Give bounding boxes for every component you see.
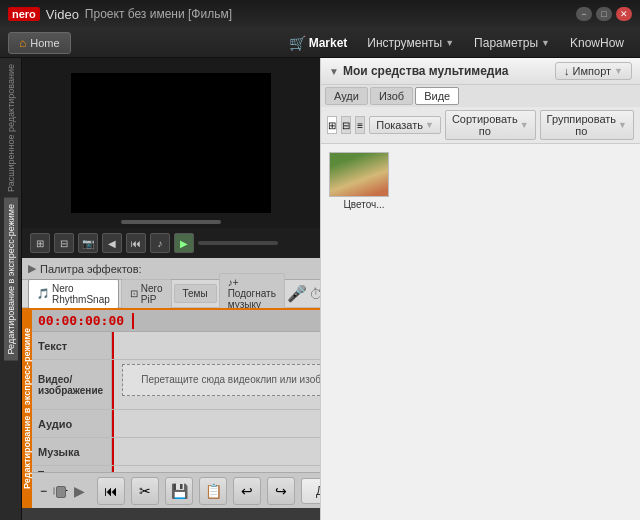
tool-skip-back[interactable]: ⏮	[97, 477, 125, 505]
view-options-button[interactable]: ⊞	[30, 233, 50, 253]
market-menu-item[interactable]: 🛒 Market	[281, 31, 356, 55]
params-chevron-icon: ▼	[541, 38, 550, 48]
import-label: ↓ Импорт	[564, 65, 611, 77]
preview-screen	[71, 73, 271, 213]
show-label: Показать	[376, 119, 423, 131]
tool-redo[interactable]: ↪	[267, 477, 295, 505]
effects-tab-pip[interactable]: ⊡ Nero PiP	[121, 279, 172, 309]
sort-label: Сортировать по	[452, 113, 518, 137]
minimize-button[interactable]: −	[576, 7, 592, 21]
sort-chevron-icon: ▼	[520, 120, 529, 130]
prev-frame-button[interactable]: ◀	[102, 233, 122, 253]
tab-image[interactable]: Изоб	[370, 87, 413, 105]
pip-label: Nero PiP	[141, 283, 163, 305]
sort-dropdown[interactable]: Сортировать по ▼	[445, 110, 536, 140]
timeline-sidebar: Редактирование в экспресс-режиме	[22, 310, 32, 508]
track-content-video[interactable]: Перетащите сюда видеоклип или изображени…	[112, 360, 320, 409]
titlebar: nero Video Проект без имени [Фильм] − □ …	[0, 0, 640, 28]
media-item-label: Цветоч...	[329, 199, 399, 210]
knowhow-menu-item[interactable]: KnowHow	[562, 32, 632, 54]
playback-progress-bar[interactable]	[198, 241, 278, 245]
volume-button[interactable]: ♪	[150, 233, 170, 253]
track-content-caption[interactable]	[112, 466, 320, 472]
timeline-sidebar-label: Редактирование в экспресс-режиме	[22, 328, 32, 489]
timeline-right: 00:00:00:00 Текст Видео	[32, 310, 320, 508]
content-row: Расширенное редактирование Редактировани…	[0, 58, 640, 520]
view-small-button[interactable]: ≡	[355, 116, 365, 134]
market-icon: 🛒	[289, 35, 306, 51]
maximize-button[interactable]: □	[596, 7, 612, 21]
timeline-section: Редактирование в экспресс-режиме 00:00:0…	[22, 308, 320, 508]
tool-edit[interactable]: 📋	[199, 477, 227, 505]
nero-logo: nero	[8, 7, 40, 21]
sidebar-tab-express[interactable]: Редактирование в экспресс-режиме	[4, 198, 18, 361]
home-button[interactable]: ⌂ Home	[8, 32, 71, 54]
left-main-section: ⊞ ⊟ 📷 ◀ ⏮ ♪ ▶ ▶ Палитра эффектов: 🎵 Nero…	[22, 58, 320, 520]
red-marker-caption	[112, 466, 114, 472]
time-marker	[132, 313, 134, 329]
snapshot-button[interactable]: 📷	[78, 233, 98, 253]
params-menu-item[interactable]: Параметры ▼	[466, 32, 558, 54]
split-view-button[interactable]: ⊟	[54, 233, 74, 253]
track-row-audio: Аудио	[32, 410, 320, 438]
tools-menu-item[interactable]: Инструменты ▼	[359, 32, 462, 54]
tab-video[interactable]: Виде	[415, 87, 459, 105]
tool-trim[interactable]: ✂	[131, 477, 159, 505]
effects-tabs: 🎵 Nero RhythmSnap ⊡ Nero PiP Темы ♪+ Под…	[22, 280, 320, 308]
sidebar-tab-advanced[interactable]: Расширенное редактирование	[4, 58, 18, 198]
preview-progress-bar[interactable]	[121, 220, 221, 224]
scroll-right-icon[interactable]: ▶	[74, 483, 85, 499]
tool-undo[interactable]: ↩	[233, 477, 261, 505]
import-button[interactable]: ↓ Импорт ▼	[555, 62, 632, 80]
track-content-audio[interactable]	[112, 410, 320, 437]
red-marker-audio	[112, 410, 114, 437]
music-label: ♪+ Подогнать музыку	[228, 277, 276, 310]
list-item[interactable]: Цветоч...	[329, 152, 399, 210]
clock-icon[interactable]: ⏱	[309, 286, 320, 302]
track-content-text[interactable]	[112, 332, 320, 359]
media-thumb-inner	[330, 153, 388, 196]
home-label: Home	[30, 37, 59, 49]
track-row-video: Видео/ изображение Перетащите сюда видео…	[32, 360, 320, 410]
window-title: Проект без имени [Фильм]	[85, 7, 232, 21]
rhythmsnap-icon: 🎵	[37, 288, 49, 299]
effects-label: Палитра эффектов:	[40, 263, 142, 275]
group-dropdown[interactable]: Группировать по ▼	[540, 110, 634, 140]
timeline-scrollbar[interactable]	[53, 487, 55, 495]
tracks-area: Текст Видео/ изображение Перетащите сюда…	[32, 332, 320, 472]
timeline-scroll-thumb[interactable]	[56, 486, 66, 498]
track-row-music: Музыка	[32, 438, 320, 466]
red-marker-text	[112, 332, 114, 359]
group-chevron-icon: ▼	[618, 120, 627, 130]
zoom-out-icon[interactable]: −	[40, 484, 47, 498]
top-toolbar: ⌂ Home 🛒 Market Инструменты ▼ Параметры …	[0, 28, 640, 58]
themes-label: Темы	[183, 288, 208, 299]
show-chevron-icon: ▼	[425, 120, 434, 130]
close-button[interactable]: ✕	[616, 7, 632, 21]
panel-collapse-icon[interactable]: ▼	[329, 66, 339, 77]
track-label-text: Текст	[32, 332, 112, 359]
home-icon: ⌂	[19, 36, 26, 50]
view-medium-button[interactable]: ⊟	[341, 116, 351, 134]
timeline-time: 00:00:00:00	[38, 313, 124, 328]
effects-tab-themes[interactable]: Темы	[174, 284, 217, 303]
group-label: Группировать по	[547, 113, 617, 137]
menu-items: 🛒 Market Инструменты ▼ Параметры ▼ KnowH…	[281, 31, 632, 55]
media-panel-title: ▼ Мои средства мультимедиа	[329, 64, 509, 78]
pip-icon: ⊡	[130, 288, 138, 299]
drop-zone-video[interactable]: Перетащите сюда видеоклип или изображени…	[122, 364, 320, 396]
tool-save[interactable]: 💾	[165, 477, 193, 505]
params-label: Параметры	[474, 36, 538, 50]
track-content-music[interactable]	[112, 438, 320, 465]
next-button[interactable]: Далее ➤	[301, 478, 320, 504]
play-button[interactable]: ▶	[174, 233, 194, 253]
preview-bottom-bar: ⊞ ⊟ 📷 ◀ ⏮ ♪ ▶	[22, 228, 320, 258]
mic-icon[interactable]: 🎤	[287, 284, 307, 303]
tab-audio[interactable]: Ауди	[325, 87, 368, 105]
track-row-text: Текст	[32, 332, 320, 360]
effects-tab-rhythmsnap[interactable]: 🎵 Nero RhythmSnap	[28, 279, 119, 309]
step-back-button[interactable]: ⏮	[126, 233, 146, 253]
timeline-top-bar: 00:00:00:00	[32, 310, 320, 332]
show-dropdown[interactable]: Показать ▼	[369, 116, 441, 134]
view-large-button[interactable]: ⊞	[327, 116, 337, 134]
